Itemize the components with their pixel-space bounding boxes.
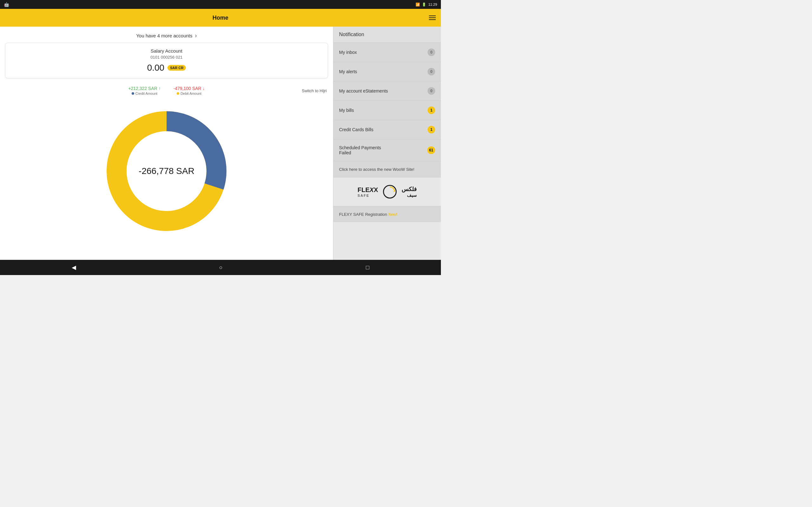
bottom-nav: ◀ ○ □ [0,260,441,275]
more-accounts-link[interactable]: You have 4 more accounts › [0,26,333,43]
account-number: 0101 000256 021 [12,55,321,60]
credit-value: +212,322 SAR ↑ [128,86,160,91]
woow-link[interactable]: Click here to access the new WooW Site! [334,161,441,177]
chart-area: -266,778 SAR [0,97,333,242]
flexy-safe-logo: FLEXX SAFE فلكس سيف [334,177,441,206]
menu-button[interactable] [429,15,436,20]
account-card[interactable]: Salary Account 0101 000256 021 0.00 SAR … [5,43,328,78]
top-nav: Home [0,9,441,26]
account-name: Salary Account [12,48,321,54]
main-content: You have 4 more accounts › Salary Accoun… [0,26,441,260]
scheduled-label: Scheduled Payments Failed [339,145,381,155]
chart-center-value: -266,778 SAR [139,166,194,176]
new-badge: New! [388,212,397,217]
home-button[interactable]: ○ [214,262,228,274]
credit-label-row: Credit Amount [132,92,158,95]
notification-header: Notification [334,26,441,43]
flexy-circle-container [382,184,398,200]
credit-dot [132,92,134,95]
estatements-label: My account eStatements [339,89,388,94]
flexy-registration-text: FLEXY SAFE Registration New! [339,212,397,217]
notification-sidebar: Notification My inbox 0 My alerts 0 My a… [333,26,441,260]
arrow-up-icon: ↑ [159,86,161,91]
left-panel: You have 4 more accounts › Salary Accoun… [0,26,333,260]
chevron-right-icon: › [195,32,197,39]
debit-label-row: Debit Amount [177,92,201,95]
flexy-circle-svg [382,184,398,200]
time-display: 11:29 [428,3,437,6]
status-bar-right: 📶 🔋 11:29 [415,3,437,7]
notification-item-scheduled[interactable]: Scheduled Payments Failed 61 [334,139,441,161]
back-button[interactable]: ◀ [67,262,81,274]
bills-badge: 1 [427,107,435,114]
alerts-badge: 0 [427,68,435,75]
recents-button[interactable]: □ [361,262,374,274]
credit-cards-label: Credit Cards Bills [339,127,373,132]
credit-stat: +212,322 SAR ↑ Credit Amount [128,86,160,95]
more-accounts-text: You have 4 more accounts [136,33,192,38]
flexy-registration-item[interactable]: FLEXY SAFE Registration New! [334,206,441,222]
account-balance-row: 0.00 SAR CR [12,63,321,73]
status-bar: 🤖 📶 🔋 11:29 [0,0,441,9]
donut-chart: -266,778 SAR [95,100,238,242]
estatements-badge: 0 [427,87,435,95]
notification-item-inbox[interactable]: My inbox 0 [334,43,441,62]
flexy-text: FLEXX [357,186,378,193]
scheduled-badge: 61 [427,147,435,154]
debit-stat: -479,100 SAR ↓ Debit Amount [173,86,205,95]
page-title: Home [212,14,229,21]
flexy-safe-text-left: FLEXX SAFE [357,186,378,198]
account-balance: 0.00 [147,63,165,73]
arrow-down-icon: ↓ [203,86,205,91]
hijri-switch[interactable]: Switch to Hijri [302,89,327,93]
notification-item-bills[interactable]: My bills 1 [334,101,441,120]
notification-item-alerts[interactable]: My alerts 0 [334,62,441,81]
android-icon: 🤖 [4,2,9,7]
notification-title: Notification [339,32,364,37]
battery-icon: 🔋 [422,3,426,7]
sar-badge: SAR CR [167,65,186,71]
wifi-icon: 📶 [415,3,420,7]
credit-label: Credit Amount [136,92,158,95]
flexy-arabic-text: فلكس سيف [402,186,417,198]
debit-dot [177,92,179,95]
inbox-label: My inbox [339,50,357,55]
stats-row: +212,322 SAR ↑ Credit Amount -479,100 SA… [0,83,333,97]
notification-item-credit-cards[interactable]: Credit Cards Bills 1 [334,120,441,139]
bills-label: My bills [339,108,354,113]
debit-label: Debit Amount [181,92,201,95]
woow-link-text: Click here to access the new WooW Site! [339,167,414,172]
debit-value: -479,100 SAR ↓ [173,86,205,91]
credit-cards-badge: 1 [427,126,435,133]
inbox-badge: 0 [427,49,435,56]
alerts-label: My alerts [339,69,357,74]
notification-item-estatements[interactable]: My account eStatements 0 [334,81,441,101]
safe-text: SAFE [357,193,378,198]
status-bar-left: 🤖 [4,2,9,7]
